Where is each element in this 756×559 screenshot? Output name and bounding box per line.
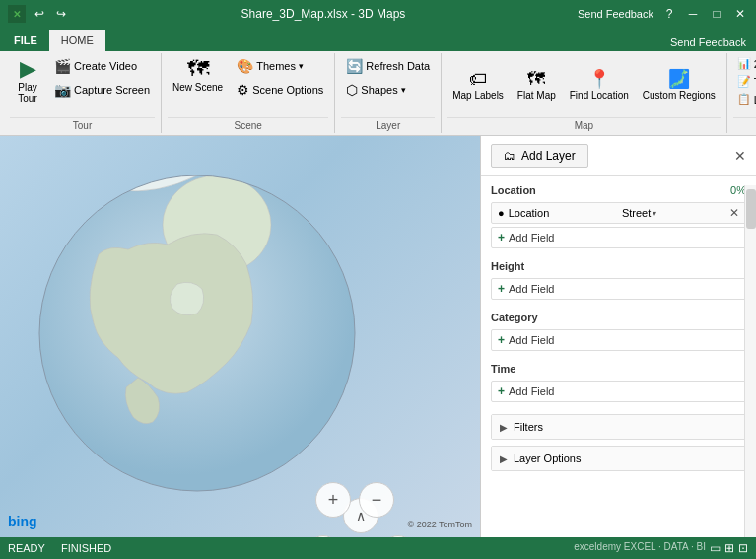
title-bar: ✕ ↩ ↪ Share_3D_Map.xlsx - 3D Maps Send F…: [0, 0, 756, 28]
new-scene-btn[interactable]: 🗺 New Scene: [168, 55, 228, 96]
time-add-field-btn[interactable]: + Add Field: [491, 381, 746, 402]
text-box-btn[interactable]: 📝 Text Box: [733, 73, 756, 90]
filters-section: ▶ Filters: [491, 414, 746, 440]
category-plus-icon: +: [498, 333, 505, 347]
height-header: Height: [491, 260, 746, 272]
ribbon-tabs: FILE HOME Send Feedback: [0, 28, 756, 51]
category-header: Category: [491, 312, 746, 323]
maximize-btn[interactable]: □: [709, 6, 724, 22]
title-bar-left: ✕ ↩ ↪: [8, 5, 69, 23]
status-right: exceldemy EXCEL · DATA · BI ▭ ⊞ ⊡: [574, 541, 748, 555]
height-section: Height + Add Field: [491, 260, 746, 300]
help-btn[interactable]: ?: [661, 6, 677, 22]
status-left: READY FINISHED: [8, 542, 111, 554]
location-header: Location 0%: [491, 184, 746, 196]
panel-header: 🗂 Add Layer ✕: [481, 136, 756, 176]
nav-right-btn[interactable]: ›: [380, 535, 416, 537]
close-panel-btn[interactable]: ✕: [734, 148, 746, 164]
flat-map-btn[interactable]: 🗺 Flat Map: [513, 67, 561, 104]
scene-options-btn[interactable]: ⚙ Scene Options: [232, 79, 328, 101]
location-label: Location: [491, 184, 536, 196]
status-bar: READY FINISHED exceldemy EXCEL · DATA · …: [0, 537, 756, 559]
height-add-field-btn[interactable]: + Add Field: [491, 278, 746, 300]
custom-regions-icon: 🗾: [668, 70, 690, 88]
zoom-out-btn[interactable]: −: [359, 482, 394, 518]
textbox-icon: 📝: [737, 75, 751, 88]
map-group-label: Map: [447, 117, 721, 131]
layer-options-chevron: ▶: [500, 454, 508, 464]
location-add-field-btn[interactable]: + Add Field: [491, 227, 746, 248]
ribbon-group-map: 🏷 Map Labels 🗺 Flat Map 📍 Find Location …: [442, 53, 727, 133]
feedback-btn[interactable]: Send Feedback: [578, 8, 653, 20]
play-icon: ▶: [20, 58, 36, 80]
location-dot: ●: [498, 207, 505, 219]
right-panel: 🗂 Add Layer ✕ Location 0% ● Location: [480, 136, 756, 537]
layer-group-label: Layer: [341, 117, 435, 131]
zoom-in-btn[interactable]: +: [315, 482, 351, 518]
nav-left-btn[interactable]: ‹: [306, 535, 341, 537]
themes-dropdown-icon: ▾: [299, 61, 304, 71]
send-feedback-link[interactable]: Send Feedback: [662, 36, 754, 51]
status-icon-3[interactable]: ⊡: [738, 541, 748, 555]
location-section: Location 0% ● Location Street ▾ ✕: [491, 184, 746, 248]
camera-icon: 📷: [54, 82, 71, 98]
filters-label: Filters: [514, 421, 543, 433]
location-dropdown[interactable]: Street ▾: [622, 207, 656, 219]
category-add-field-btn[interactable]: + Add Field: [491, 329, 746, 351]
legend-btn[interactable]: 📋 Legend: [733, 91, 756, 107]
find-location-btn[interactable]: 📍 Find Location: [565, 67, 634, 104]
play-tour-btn[interactable]: ▶ PlayTour: [10, 55, 45, 106]
ribbon-group-tour: ▶ PlayTour 🎬 Create Video 📷 Capture Scre…: [4, 53, 162, 133]
status-finished: FINISHED: [61, 542, 111, 554]
add-layer-btn[interactable]: 🗂 Add Layer: [491, 144, 588, 168]
flat-map-icon: 🗺: [527, 70, 545, 88]
category-label: Category: [491, 312, 538, 323]
map-area[interactable]: ∧ ‹ › ∨ + − bing © 2022 TomTom: [0, 136, 480, 537]
2d-chart-btn[interactable]: 📊 2D Chart: [733, 55, 756, 72]
height-plus-icon: +: [498, 282, 505, 296]
location-field-row: ● Location Street ▾ ✕: [491, 202, 746, 224]
filters-chevron: ▶: [500, 422, 508, 433]
scrollbar-track[interactable]: [744, 185, 756, 537]
window-title: Share_3D_Map.xlsx - 3D Maps: [69, 7, 578, 21]
custom-regions-btn[interactable]: 🗾 Custom Regions: [638, 67, 721, 104]
zoom-controls: + −: [315, 482, 394, 518]
minimize-btn[interactable]: ─: [685, 6, 701, 22]
create-video-btn[interactable]: 🎬 Create Video: [49, 55, 155, 77]
insert-group-label: Insert: [733, 117, 756, 131]
globe: [20, 166, 375, 501]
scene-options-icon: ⚙: [237, 82, 249, 98]
height-label: Height: [491, 260, 524, 272]
scrollbar-thumb[interactable]: [746, 189, 756, 229]
shapes-dropdown-icon: ▾: [401, 85, 406, 95]
watermark-text: exceldemy EXCEL · DATA · BI: [574, 541, 706, 555]
capture-screen-btn[interactable]: 📷 Capture Screen: [49, 79, 155, 101]
ribbon-group-layer: 🔄 Refresh Data ⬡ Shapes ▾ Layer: [335, 53, 442, 133]
shapes-btn[interactable]: ⬡ Shapes ▾: [341, 79, 435, 101]
close-btn[interactable]: ✕: [732, 6, 748, 22]
main-area: ∧ ‹ › ∨ + − bing © 2022 TomTom 🗂 Add Lay…: [0, 136, 756, 537]
refresh-data-btn[interactable]: 🔄 Refresh Data: [341, 55, 435, 77]
scene-group-label: Scene: [168, 117, 328, 131]
tab-file[interactable]: FILE: [2, 30, 49, 51]
ribbon-group-scene: 🗺 New Scene 🎨 Themes ▾ ⚙ Scene Options S…: [162, 53, 335, 133]
find-location-icon: 📍: [588, 70, 610, 88]
time-section: Time + Add Field: [491, 363, 746, 402]
themes-icon: 🎨: [237, 58, 253, 74]
undo-btn[interactable]: ↩: [32, 6, 47, 22]
tab-home[interactable]: HOME: [49, 30, 105, 51]
redo-btn[interactable]: ↪: [53, 6, 69, 22]
tour-group-label: Tour: [10, 117, 155, 131]
time-header: Time: [491, 363, 746, 375]
category-section: Category + Add Field: [491, 312, 746, 351]
remove-location-btn[interactable]: ✕: [729, 206, 739, 220]
themes-btn[interactable]: 🎨 Themes ▾: [232, 55, 328, 77]
map-labels-btn[interactable]: 🏷 Map Labels: [447, 67, 509, 104]
chart-icon: 📊: [737, 57, 751, 70]
status-icon-2[interactable]: ⊞: [724, 541, 734, 555]
status-icon-1[interactable]: ▭: [710, 541, 721, 555]
location-plus-icon: +: [498, 231, 505, 245]
bing-logo: bing: [8, 514, 37, 529]
filters-toggle[interactable]: ▶ Filters: [492, 415, 745, 439]
layer-options-toggle[interactable]: ▶ Layer Options: [492, 447, 745, 470]
